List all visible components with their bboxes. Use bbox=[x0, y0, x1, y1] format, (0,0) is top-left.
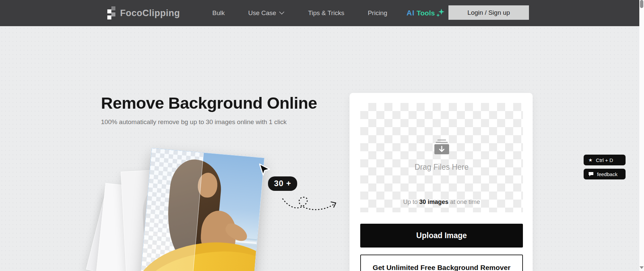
image-count-badge: 30 + bbox=[268, 176, 297, 191]
nav-item-ai-tools[interactable]: AI Tools bbox=[407, 0, 444, 26]
file-dropzone[interactable]: Drag Files Here Up to 30 images at one t… bbox=[360, 103, 523, 212]
limit-prefix: Up to bbox=[403, 199, 419, 205]
nav-item-tips-tricks[interactable]: Tips & Tricks bbox=[308, 9, 344, 17]
limit-count: 30 images bbox=[419, 199, 448, 205]
dropzone-hint: Drag Files Here bbox=[415, 163, 469, 172]
nav-item-pricing[interactable]: Pricing bbox=[368, 9, 387, 17]
feedback-label: feedback bbox=[597, 171, 618, 177]
nav-item-tips-tricks-label: Tips & Tricks bbox=[308, 9, 344, 17]
feedback-button[interactable]: feedback bbox=[584, 169, 626, 179]
nav-item-bulk[interactable]: Bulk bbox=[212, 9, 225, 17]
limit-suffix: at one time bbox=[448, 199, 480, 205]
ai-tools-tools-label: Tools bbox=[417, 9, 435, 17]
bookmark-shortcut-button[interactable]: ★ Ctrl + D bbox=[584, 155, 626, 165]
shortcut-label: Ctrl + D bbox=[596, 157, 613, 163]
logo[interactable]: FocoClipping bbox=[107, 6, 180, 20]
scrollbar bbox=[639, 0, 644, 271]
hero-section: Remove Background Online 100% automatica… bbox=[101, 95, 317, 126]
chevron-down-icon bbox=[279, 11, 284, 15]
sparkle-icon bbox=[436, 8, 444, 18]
nav-item-bulk-label: Bulk bbox=[212, 9, 225, 17]
download-tray-icon bbox=[434, 139, 450, 155]
login-signup-button[interactable]: Login / Sign up bbox=[448, 5, 529, 20]
doodle-arrow-icon bbox=[281, 196, 343, 216]
ai-tools-ai-label: AI bbox=[407, 9, 415, 17]
unlimited-remover-button[interactable]: Get Unlimited Free Background Remover bbox=[360, 255, 523, 271]
scrollbar-down-arrow[interactable] bbox=[640, 266, 644, 269]
floating-action-pills: ★ Ctrl + D feedback bbox=[584, 155, 626, 179]
logo-pixel-icon bbox=[107, 6, 115, 20]
page-title: Remove Background Online bbox=[101, 95, 317, 111]
frosted-overlay bbox=[140, 148, 204, 271]
star-icon: ★ bbox=[588, 158, 593, 162]
speech-bubble-icon bbox=[588, 172, 594, 177]
top-navbar: FocoClipping Bulk Use Case Tips & Tricks… bbox=[0, 0, 639, 26]
upload-image-button[interactable]: Upload Image bbox=[360, 224, 523, 248]
upload-limit-text: Up to 30 images at one time bbox=[360, 199, 523, 206]
nav-item-use-case[interactable]: Use Case bbox=[248, 9, 284, 17]
nav-links: Bulk Use Case Tips & Tricks Pricing bbox=[212, 0, 387, 26]
scrollbar-thumb[interactable] bbox=[640, 0, 643, 8]
nav-item-pricing-label: Pricing bbox=[368, 9, 387, 17]
hero-collage: 30 + bbox=[0, 0, 644, 271]
mouse-cursor-icon bbox=[258, 163, 270, 177]
nav-item-use-case-label: Use Case bbox=[248, 9, 276, 17]
logo-text: FocoClipping bbox=[120, 8, 180, 18]
sample-photo-card bbox=[140, 148, 265, 271]
page-subtitle: 100% automatically remove bg up to 30 im… bbox=[101, 118, 317, 126]
upload-panel: Drag Files Here Up to 30 images at one t… bbox=[350, 93, 533, 271]
